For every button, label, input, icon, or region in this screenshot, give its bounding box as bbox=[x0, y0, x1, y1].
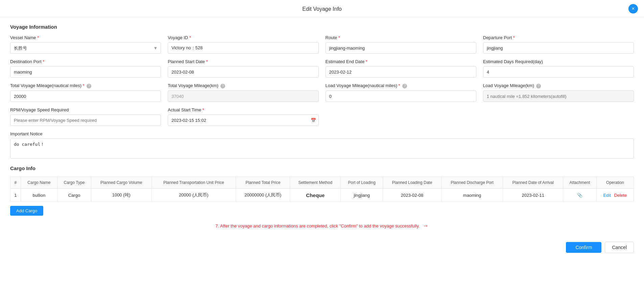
planned-start-date-label: Planned Start Date * bbox=[168, 59, 318, 64]
cargo-info-section: Cargo Info # Cargo Name Cargo Type Plann… bbox=[10, 165, 634, 216]
load-mileage-km-info-icon[interactable]: ? bbox=[536, 84, 541, 88]
col-cargo-type: Cargo Type bbox=[57, 177, 91, 189]
arrow-right-icon: → bbox=[423, 222, 429, 230]
row-cargo-type: Cargo bbox=[57, 189, 91, 202]
actual-start-time-input[interactable] bbox=[168, 114, 318, 126]
vessel-name-select-wrap[interactable]: 长胜号 ▼ bbox=[10, 42, 161, 54]
actual-start-time-label: Actual Start Time * bbox=[168, 107, 318, 112]
cancel-button[interactable]: Cancel bbox=[605, 242, 634, 253]
voyage-info-title: Voyage Information bbox=[10, 24, 634, 30]
delete-button[interactable]: Delete bbox=[614, 193, 627, 198]
confirm-button[interactable]: Confirm bbox=[566, 242, 601, 253]
estimated-days-group: Estimated Days Required(day) bbox=[483, 59, 634, 78]
row-attachment: 📎 bbox=[563, 189, 597, 202]
rpm-input[interactable] bbox=[10, 114, 161, 126]
col-operation: Operation bbox=[596, 177, 634, 189]
important-notice-group: Important Notice bbox=[10, 131, 634, 159]
row-index: 1 bbox=[10, 189, 21, 202]
attachment-icon[interactable]: 📎 bbox=[577, 193, 582, 198]
modal-overlay: Edit Voyage Info × Voyage Information Ve… bbox=[0, 0, 644, 296]
vessel-name-group: Vessel Name * 长胜号 ▼ bbox=[10, 35, 161, 54]
form-row-4: RPM/Voyage Speed Required Actual Start T… bbox=[10, 107, 634, 126]
load-mileage-nautical-group: Load Voyage Mileage(nautical miles) * ? bbox=[326, 83, 476, 102]
col-total-price: Planned Total Price bbox=[236, 177, 290, 189]
total-mileage-nautical-input[interactable] bbox=[10, 90, 161, 102]
col-settlement: Settlement Method bbox=[290, 177, 341, 189]
destination-port-input[interactable] bbox=[10, 66, 161, 78]
load-mileage-nautical-info-icon[interactable]: ? bbox=[402, 84, 407, 88]
destination-port-group: Destination Port * bbox=[10, 59, 161, 78]
close-button[interactable]: × bbox=[628, 4, 638, 14]
row-settlement-method: Cheque bbox=[290, 189, 341, 202]
load-mileage-km-input[interactable] bbox=[483, 90, 634, 102]
departure-port-group: Departure Port * bbox=[483, 35, 634, 54]
col-loading-date: Planned Loading Date bbox=[383, 177, 442, 189]
load-mileage-nautical-label: Load Voyage Mileage(nautical miles) * ? bbox=[326, 83, 476, 88]
total-mileage-km-label: Total Voyage Mileage(km) ? bbox=[168, 83, 318, 88]
cargo-table-body: 1 bullion Cargo 1000 (吨) 20000 (人民币) 200… bbox=[10, 189, 634, 202]
rpm-group: RPM/Voyage Speed Required bbox=[10, 107, 161, 126]
load-mileage-nautical-input[interactable] bbox=[326, 90, 476, 102]
row-arrival-date: 2023-02-11 bbox=[503, 189, 563, 202]
row-port-loading: jingjiang bbox=[341, 189, 383, 202]
estimated-days-input[interactable] bbox=[483, 66, 634, 78]
vessel-name-label: Vessel Name * bbox=[10, 35, 161, 40]
estimated-end-date-input[interactable] bbox=[326, 66, 476, 78]
table-row: 1 bullion Cargo 1000 (吨) 20000 (人民币) 200… bbox=[10, 189, 634, 202]
footer-hint-text: 7. After the voyage and cargo informatio… bbox=[215, 223, 420, 228]
modal-header: Edit Voyage Info × bbox=[0, 0, 644, 17]
departure-port-label: Departure Port * bbox=[483, 35, 634, 40]
cargo-table-header: # Cargo Name Cargo Type Planned Cargo Vo… bbox=[10, 177, 634, 189]
row-planned-volume: 1000 (吨) bbox=[91, 189, 151, 202]
add-cargo-button[interactable]: Add Cargo bbox=[10, 206, 43, 216]
total-mileage-nautical-group: Total Voyage Mileage(nautical miles) * ? bbox=[10, 83, 161, 102]
estimated-end-date-group: Estimated End Date * bbox=[326, 59, 476, 78]
total-mileage-nautical-info-icon[interactable]: ? bbox=[87, 84, 91, 88]
total-mileage-km-info-icon[interactable]: ? bbox=[220, 84, 225, 88]
edit-button[interactable]: Edit bbox=[603, 193, 611, 198]
route-label: Route * bbox=[326, 35, 476, 40]
row-operation: Edit Delete bbox=[596, 189, 634, 202]
col-attachment: Attachment bbox=[563, 177, 597, 189]
departure-port-input[interactable] bbox=[483, 42, 634, 54]
destination-port-label: Destination Port * bbox=[10, 59, 161, 64]
rpm-label: RPM/Voyage Speed Required bbox=[10, 107, 161, 112]
col-index: # bbox=[10, 177, 21, 189]
row-discharge-port: maoming bbox=[441, 189, 503, 202]
row-unit-price: 20000 (人民币) bbox=[151, 189, 236, 202]
actual-start-time-group: Actual Start Time * 📅 bbox=[168, 107, 318, 126]
row-total-price: 20000000 (人民币) bbox=[236, 189, 290, 202]
important-notice-label: Important Notice bbox=[10, 131, 634, 136]
voyage-id-label: Voyage ID * bbox=[168, 35, 318, 40]
modal-footer: Confirm Cancel bbox=[0, 236, 644, 260]
route-input[interactable] bbox=[326, 42, 476, 54]
row-loading-date: 2023-02-08 bbox=[383, 189, 442, 202]
col-planned-volume: Planned Cargo Volume bbox=[91, 177, 151, 189]
total-mileage-km-input[interactable] bbox=[168, 90, 318, 102]
total-mileage-km-group: Total Voyage Mileage(km) ? bbox=[168, 83, 318, 102]
col-port-loading: Port of Loading bbox=[341, 177, 383, 189]
row-cargo-name: bullion bbox=[21, 189, 57, 202]
planned-start-date-group: Planned Start Date * bbox=[168, 59, 318, 78]
cargo-info-title: Cargo Info bbox=[10, 165, 634, 171]
col-cargo-name: Cargo Name bbox=[21, 177, 57, 189]
vessel-name-select[interactable]: 长胜号 bbox=[10, 42, 161, 54]
form-row-1: Vessel Name * 长胜号 ▼ Voyage ID * Route * bbox=[10, 35, 634, 54]
actual-start-time-wrap: 📅 bbox=[168, 114, 318, 126]
placeholder-group-2 bbox=[483, 107, 634, 126]
cargo-table: # Cargo Name Cargo Type Planned Cargo Vo… bbox=[10, 177, 634, 202]
voyage-id-input[interactable] bbox=[168, 42, 318, 54]
modal-title: Edit Voyage Info bbox=[302, 6, 342, 12]
planned-start-date-input[interactable] bbox=[168, 66, 318, 78]
important-notice-textarea[interactable] bbox=[10, 138, 634, 159]
total-mileage-nautical-label: Total Voyage Mileage(nautical miles) * ? bbox=[10, 83, 161, 88]
col-arrival-date: Planned Date of Arrival bbox=[503, 177, 563, 189]
route-group: Route * bbox=[326, 35, 476, 54]
modal-body: Voyage Information Vessel Name * 长胜号 ▼ V… bbox=[0, 17, 644, 236]
form-row-3: Total Voyage Mileage(nautical miles) * ?… bbox=[10, 83, 634, 102]
footer-hint: 7. After the voyage and cargo informatio… bbox=[10, 222, 634, 230]
form-row-2: Destination Port * Planned Start Date * … bbox=[10, 59, 634, 78]
estimated-days-label: Estimated Days Required(day) bbox=[483, 59, 634, 64]
calendar-icon[interactable]: 📅 bbox=[311, 118, 316, 123]
load-mileage-km-label: Load Voyage Mileage(km) ? bbox=[483, 83, 634, 88]
